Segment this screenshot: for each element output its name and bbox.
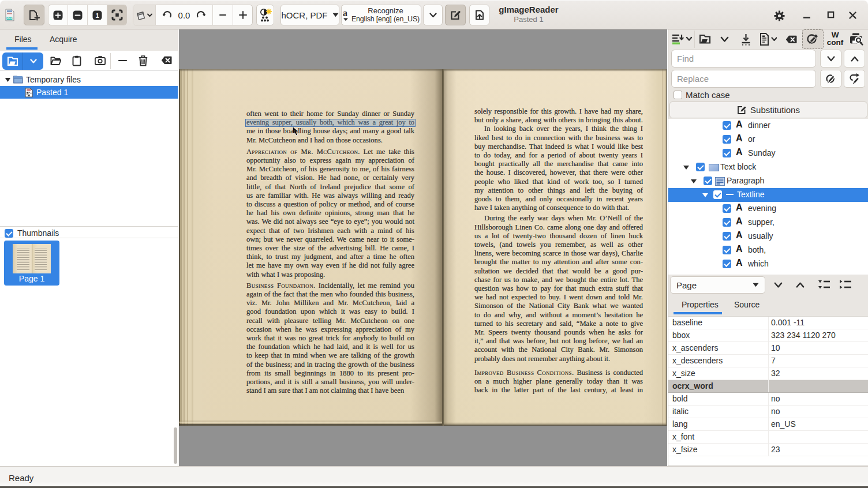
svg-text:1: 1 [95,12,99,18]
svg-text:OCR: OCR [7,17,13,20]
svg-text:a: a [343,9,347,18]
